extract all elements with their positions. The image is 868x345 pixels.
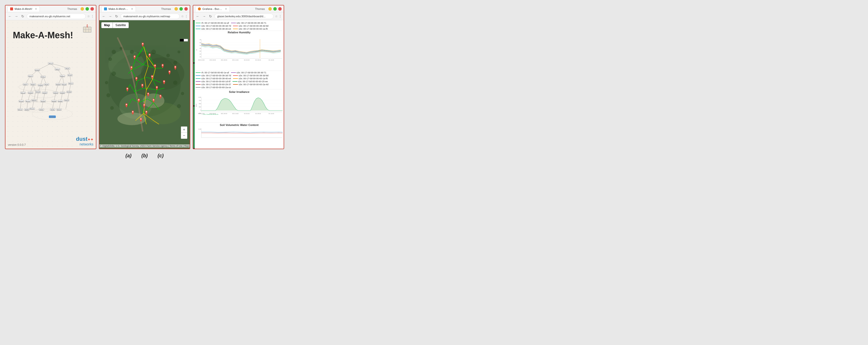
svg-text:— 00-17-0d-00-00-38-3d-7d: — 00-17-0d-00-00-38-3d-7d — [202, 113, 218, 115]
panels-container: Make-A-Mesh! ✕ Thomas _ □ ✕ ← → ↻ ☆ ⋮ — [5, 5, 284, 149]
dust-logo: dust✦✦ networks — [76, 136, 93, 146]
svg-text:60-1d-0f: 60-1d-0f — [68, 74, 72, 76]
minimize-btn-c[interactable]: _ — [268, 7, 272, 11]
tab-favicon-c — [198, 7, 201, 10]
legend-item-s4: s3x: 00-17-0d-00-00-38-40-e4 — [196, 28, 231, 30]
svg-text:30-1a-f5: 30-1a-f5 — [44, 84, 49, 85]
svg-text:1.0K: 1.0K — [198, 96, 201, 98]
mesh-svg: 60-1e-af 30-2b-00 60-1b-cf 60-1c-f7 55-0… — [10, 40, 91, 144]
maximize-btn-b[interactable]: □ — [179, 7, 183, 11]
svg-text:50: 50 — [199, 45, 201, 46]
legend-item-s3: s3x: 00-17-0d-00-00-38-3d-9d — [233, 25, 268, 27]
tab-close-b[interactable]: ✕ — [131, 7, 133, 11]
tab-title-c: Grafana - Bucks Lake — [203, 7, 222, 10]
svg-point-118 — [146, 111, 147, 112]
svg-point-96 — [105, 81, 108, 84]
maximize-btn-a[interactable]: □ — [86, 7, 89, 11]
legend-item-s5: s3x: 00-17-0d-00-00-60-1a-f0 — [233, 28, 268, 30]
label-b: (b) — [141, 153, 148, 159]
svg-point-104 — [149, 54, 150, 55]
svg-text:0: 0 — [200, 109, 201, 111]
titlebar-b: Make-A-Mesh! Map - 3D... ✕ Thomas _ □ ✕ — [99, 5, 190, 12]
panel-b-map[interactable]: Map Satellite + − Imagery ©2017, Digital… — [99, 20, 190, 149]
svg-point-106 — [162, 64, 163, 65]
tab-c[interactable]: Grafana - Bucks Lake ✕ — [195, 6, 230, 11]
soil-chart: 0.30 — [196, 127, 283, 141]
close-btn-a[interactable]: ✕ — [90, 7, 94, 11]
url-input-a[interactable] — [27, 13, 86, 19]
close-btn-c[interactable]: ✕ — [278, 7, 282, 11]
svg-point-116 — [144, 104, 145, 105]
reload-btn-b[interactable]: ↻ — [114, 14, 119, 18]
legend-item-s4b: s3x: 00-17-0d-00-00-38-40-e4 — [196, 77, 231, 80]
panel-labels-row: (a) (b) (c) — [126, 153, 163, 159]
legend-item-s10b: s3x: 00-17-0d-00-00-60-2a-ce — [196, 86, 231, 89]
back-btn-a[interactable]: ← — [7, 14, 12, 18]
back-btn-b[interactable]: ← — [101, 14, 106, 18]
zoom-out-btn[interactable]: − — [181, 133, 187, 138]
svg-text:9/1 00:00: 9/1 00:00 — [244, 59, 249, 61]
close-btn-b[interactable]: ✕ — [184, 7, 188, 11]
svg-point-115 — [138, 99, 139, 100]
bookmark-icon-b[interactable]: ☆ — [181, 14, 184, 18]
bookmark-icon-c[interactable]: ☆ — [275, 14, 278, 18]
legend-item-rh: rh: 00-17-0d-00-00-60-1e-af — [196, 22, 229, 24]
legend-item-s7b: s3x: 00-17-0d-00-00-60-25-ee — [232, 80, 268, 83]
svg-text:60-1b-cf: 60-1b-cf — [56, 69, 60, 70]
svg-text:30-1b-31: 30-1b-31 — [36, 91, 40, 93]
svg-point-100 — [181, 92, 184, 95]
url-input-b[interactable] — [121, 13, 180, 19]
svg-text:60-40-70: 60-40-70 — [64, 100, 69, 101]
svg-text:9/1 00:00: 9/1 00:00 — [244, 113, 249, 114]
svg-rect-0 — [83, 27, 91, 32]
legend-item-s3b: s3x: 00-17-0d-00-00-38-3d-9d — [233, 74, 268, 77]
legend-item-s1: s3x: 00-17-0d-00-00-38-3d-71 — [231, 22, 266, 24]
svg-text:55-00-18: 55-00-18 — [28, 92, 33, 94]
svg-point-89 — [130, 50, 134, 54]
svg-text:55-0f-51: 55-0f-51 — [51, 109, 55, 111]
svg-text:9/1 08:00: 9/1 08:00 — [255, 59, 261, 61]
forward-btn-a[interactable]: → — [14, 14, 19, 18]
panel-c: Grafana - Bucks Lake ✕ Thomas _ □ ✕ ← → … — [193, 5, 284, 149]
svg-text:750: 750 — [199, 99, 201, 101]
svg-text:60-01-11: 60-01-11 — [18, 109, 22, 111]
tab-b[interactable]: Make-A-Mesh! Map - 3D... ✕ — [101, 6, 136, 11]
back-btn-c[interactable]: ← — [195, 14, 200, 18]
minimize-btn-b[interactable]: _ — [175, 7, 178, 11]
svg-text:60-40-5c: 60-40-5c — [58, 101, 62, 102]
map-icon-a — [82, 24, 92, 34]
satellite-view-btn[interactable]: Satellite — [113, 22, 129, 28]
maximize-btn-c[interactable]: □ — [273, 7, 277, 11]
map-toolbar: Map Satellite — [101, 22, 129, 28]
reload-btn-c[interactable]: ↻ — [208, 14, 213, 18]
svg-point-103 — [134, 56, 135, 57]
svg-text:60-29-46: 60-29-46 — [54, 92, 58, 94]
forward-btn-c[interactable]: → — [202, 14, 207, 18]
menu-icon-a[interactable]: ⋮ — [91, 14, 94, 18]
tab-close-a[interactable]: ✕ — [35, 7, 37, 11]
minimize-btn-a[interactable]: _ — [81, 7, 84, 11]
address-icons-c: ☆ ⋮ — [275, 14, 282, 18]
reload-btn-a[interactable]: ↻ — [20, 14, 25, 18]
svg-text:8/31 16:00: 8/31 16:00 — [232, 113, 239, 114]
bookmark-icon-a[interactable]: ☆ — [87, 14, 90, 18]
svg-text:9/1 16:00: 9/1 16:00 — [269, 59, 274, 61]
zoom-in-btn[interactable]: + — [181, 127, 187, 133]
svg-point-119 — [141, 119, 141, 120]
legend-item-s9b: s3x: 00-17-0d-00-00-60-2a-4d — [233, 83, 268, 86]
user-badge-b: Thomas — [161, 7, 171, 10]
tab-close-c[interactable]: ✕ — [225, 7, 227, 11]
legend-item-s1b: s3x: 00-17-0d-00-00-38-3d-71 — [231, 71, 266, 74]
svg-text:55-0c-a8: 55-0c-a8 — [21, 92, 25, 94]
menu-icon-b[interactable]: ⋮ — [185, 14, 188, 18]
panel-a: Make-A-Mesh! ✕ Thomas _ □ ✕ ← → ↻ ☆ ⋮ — [5, 5, 96, 149]
svg-text:10: 10 — [199, 56, 201, 58]
tab-favicon-a — [10, 7, 13, 10]
tab-a[interactable]: Make-A-Mesh! ✕ — [7, 6, 40, 11]
map-attribution: Imagery ©2017, DigitalGlobe, U.S. Geolog… — [99, 145, 190, 148]
menu-icon-c[interactable]: ⋮ — [279, 14, 282, 18]
svg-point-85 — [117, 113, 146, 125]
map-view-btn[interactable]: Map — [101, 22, 113, 28]
forward-btn-b[interactable]: → — [108, 14, 113, 18]
url-input-c[interactable] — [214, 13, 274, 19]
